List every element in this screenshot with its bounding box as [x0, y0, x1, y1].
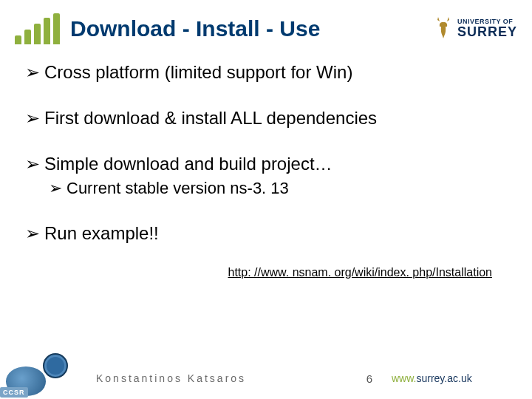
seal-icon	[43, 353, 68, 378]
bullet-text: First download & install ALL dependencie…	[44, 108, 377, 129]
url-rest: surrey.ac.uk	[416, 372, 471, 384]
bullet-item: ➢ Simple download and build project…	[25, 154, 507, 174]
slide-body: ➢ Cross platform (limited support for Wi…	[0, 52, 532, 279]
bullet-text: Simple download and build project…	[44, 154, 332, 174]
bullet-item: ➢ Cross platform (limited support for Wi…	[25, 62, 507, 83]
university-logo: UNIVERSITY OF SURREY	[434, 16, 517, 43]
installation-link[interactable]: http: //www. nsnam. org/wiki/index. php/…	[25, 266, 507, 279]
arrow-bullet-icon: ➢	[25, 62, 40, 83]
arrow-bullet-icon: ➢	[25, 223, 40, 244]
arrow-bullet-icon: ➢	[25, 154, 40, 174]
bullet-item: ➢ First download & install ALL dependenc…	[25, 108, 507, 129]
bars-logo-icon	[15, 13, 60, 44]
ccsr-label: CCSR	[0, 387, 28, 398]
footer: CCSR Konstantinos Katsaros 6 www.surrey.…	[0, 358, 532, 399]
author-name: Konstantinos Katsaros	[74, 372, 347, 384]
url-prefix: www.	[392, 372, 416, 384]
surrey-bottom: SURREY	[457, 25, 517, 39]
page-number: 6	[347, 372, 392, 385]
bullet-text: Cross platform (limited support for Win)	[44, 62, 352, 83]
bullet-item: ➢ Run example!!	[25, 223, 507, 244]
stag-icon	[434, 16, 453, 43]
sub-bullet-item: ➢ Current stable version ns-3. 13	[49, 179, 507, 198]
bullet-text: Current stable version ns-3. 13	[66, 179, 289, 198]
arrow-bullet-icon: ➢	[25, 108, 40, 129]
slide-title: Download - Install - Use	[70, 16, 320, 41]
footer-url: www.surrey.ac.uk	[392, 372, 532, 384]
ccsr-logo: CCSR	[0, 358, 74, 399]
arrow-bullet-icon: ➢	[49, 179, 62, 198]
bullet-text: Run example!!	[44, 223, 159, 244]
